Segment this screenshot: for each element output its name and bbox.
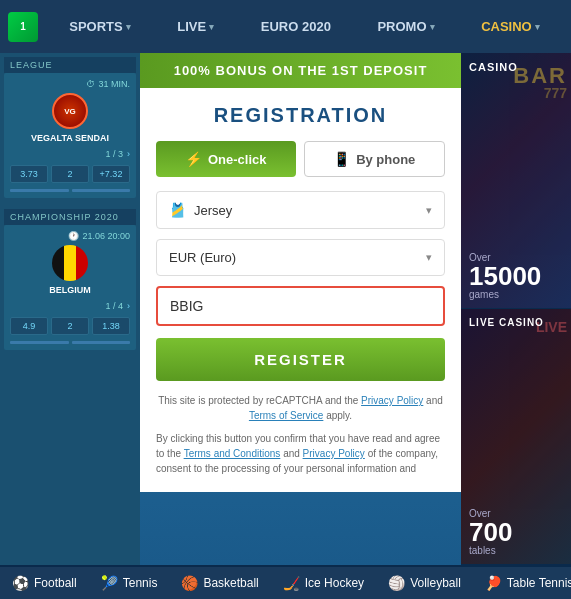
nav-item-promo[interactable]: PROMO ▾ [371,15,440,38]
casino-caret: ▾ [535,22,540,32]
tabletennis-icon: 🏓 [485,575,502,591]
country-select-left: 🎽 Jersey [169,202,232,218]
match-card-1: ⏱ 31 MIN. VG VEGALTA SENDAI 1 / 3 › 3.73… [4,73,136,198]
currency-select-left: EUR (Euro) [169,250,236,265]
modal-title: REGISTRATION [156,104,445,127]
live-caret: ▾ [209,22,214,32]
nav-item-euro[interactable]: EURO 2020 [255,15,337,38]
team-name-2: BELGIUM [10,285,130,295]
odds-row-1: 3.73 2 +7.32 [10,165,130,183]
football-icon: ⚽ [12,575,29,591]
sport-item-tabletennis[interactable]: 🏓 Table Tennis [473,567,571,599]
match-section-2: CHAMPIONSHIP 2020 🕐 21.06 20:00 BELGIUM … [0,205,140,357]
tennis-label: Tennis [123,576,158,590]
casino-overlay: Over 15000 games [461,244,571,308]
phone-icon: 📱 [333,151,350,167]
tab-oneclick[interactable]: ⚡ One-click [156,141,296,177]
nav-items: SPORTS ▾ LIVE ▾ EURO 2020 PROMO ▾ CASINO… [46,15,563,38]
casino-panel[interactable]: BAR 777 Over 15000 games CASINO [461,53,571,309]
sports-label: SPORTS [69,19,122,34]
pagination-2[interactable]: 1 / 4 › [10,299,130,313]
casino-label: CASINO [481,19,532,34]
bottom-sports-bar: ⚽ Football 🎾 Tennis 🏀 Basketball 🏒 Ice H… [0,565,571,599]
pagination-1[interactable]: 1 / 3 › [10,147,130,161]
sport-item-football[interactable]: ⚽ Football [0,567,89,599]
sport-item-tennis[interactable]: 🎾 Tennis [89,567,170,599]
left-sidebar: LEAGUE ⏱ 31 MIN. VG VEGALTA SENDAI 1 / 3… [0,53,140,565]
right-sidebar: BAR 777 Over 15000 games CASINO LIVE Ove… [461,53,571,565]
promo-caret: ▾ [430,22,435,32]
registration-modal: REGISTRATION ⚡ One-click 📱 By phone 🎽 Je… [140,88,461,492]
currency-select[interactable]: EUR (Euro) ▾ [156,239,445,276]
match-date-2: 🕐 21.06 20:00 [10,231,130,241]
volleyball-label: Volleyball [410,576,461,590]
sports-caret: ▾ [126,22,131,32]
live-casino-overlay: Over 700 tables [461,500,571,564]
page-indicator-1: 1 / 3 [105,149,123,159]
casino-title: CASINO [469,61,518,73]
currency-field-row: EUR (Euro) ▾ [156,239,445,276]
live-casino-panel[interactable]: LIVE Over 700 tables LIVE CASINO [461,309,571,565]
terms-and: and [283,448,302,459]
match-timer-1: ⏱ 31 MIN. [10,79,130,89]
tab-byphone[interactable]: 📱 By phone [304,141,446,177]
sport-item-basketball[interactable]: 🏀 Basketball [169,567,270,599]
odd-btn-1-2[interactable]: 2 [51,165,89,183]
live-casino-number: 700 [469,519,563,545]
terms-text: By clicking this button you confirm that… [156,431,445,476]
live-label: LIVE [177,19,206,34]
odds-row-2: 4.9 2 1.38 [10,317,130,335]
odd-btn-2-2[interactable]: 2 [51,317,89,335]
recaptcha-apply: apply. [326,410,352,421]
live-casino-title: LIVE CASINO [469,317,544,328]
league-badge-2: CHAMPIONSHIP 2020 [4,209,136,225]
terms-of-service-link[interactable]: Terms of Service [249,410,323,421]
tennis-icon: 🎾 [101,575,118,591]
team-name-1: VEGALTA SENDAI [10,133,130,143]
country-value: Jersey [194,203,232,218]
basketball-label: Basketball [203,576,258,590]
main-layout: LEAGUE ⏱ 31 MIN. VG VEGALTA SENDAI 1 / 3… [0,53,571,565]
odd-btn-2-1[interactable]: 4.9 [10,317,48,335]
clock-icon-1: ⏱ [86,79,95,89]
euro-label: EURO 2020 [261,19,331,34]
tab-oneclick-label: One-click [208,152,267,167]
nav-item-casino[interactable]: CASINO ▾ [475,15,546,38]
timer-value-1: 31 MIN. [98,79,130,89]
bonus-bar[interactable]: 100% BONUS ON THE 1ST DEPOSIT [140,53,461,88]
bolt-icon: ⚡ [185,151,202,167]
live-casino-sub: tables [469,545,563,556]
privacy-policy-link-2[interactable]: Privacy Policy [303,448,365,459]
next-icon-1[interactable]: › [127,149,130,159]
odd-btn-1-1[interactable]: 3.73 [10,165,48,183]
promo-code-input[interactable] [156,286,445,326]
promo-input-wrapper [156,286,445,326]
odd-btn-1-3[interactable]: +7.32 [92,165,130,183]
promo-label: PROMO [377,19,426,34]
clock-icon-2: 🕐 [68,231,79,241]
recaptcha-text: This site is protected by reCAPTCHA and … [156,393,445,423]
match-section-1: LEAGUE ⏱ 31 MIN. VG VEGALTA SENDAI 1 / 3… [0,53,140,205]
nav-item-sports[interactable]: SPORTS ▾ [63,15,136,38]
casino-number: 15000 [469,263,563,289]
next-icon-2[interactable]: › [127,301,130,311]
page-indicator-2: 1 / 4 [105,301,123,311]
sport-item-icehockey[interactable]: 🏒 Ice Hockey [271,567,376,599]
currency-chevron: ▾ [426,251,432,264]
tab-row: ⚡ One-click 📱 By phone [156,141,445,177]
privacy-policy-link-1[interactable]: Privacy Policy [361,395,423,406]
match-card-2: 🕐 21.06 20:00 BELGIUM 1 / 4 › 4.9 2 1.38 [4,225,136,350]
top-navigation: 1 SPORTS ▾ LIVE ▾ EURO 2020 PROMO ▾ CASI… [0,0,571,53]
flag-red [76,245,88,281]
nav-item-live[interactable]: LIVE ▾ [171,15,220,38]
register-button[interactable]: REGISTER [156,338,445,381]
register-label: REGISTER [254,351,347,368]
flag-yellow [64,245,76,281]
center-content: 100% BONUS ON THE 1ST DEPOSIT REGISTRATI… [140,53,461,565]
terms-conditions-link[interactable]: Terms and Conditions [184,448,281,459]
nav-logo[interactable]: 1 [8,12,38,42]
country-select[interactable]: 🎽 Jersey ▾ [156,191,445,229]
jersey-icon: 🎽 [169,202,186,218]
sport-item-volleyball[interactable]: 🏐 Volleyball [376,567,473,599]
odd-btn-2-3[interactable]: 1.38 [92,317,130,335]
